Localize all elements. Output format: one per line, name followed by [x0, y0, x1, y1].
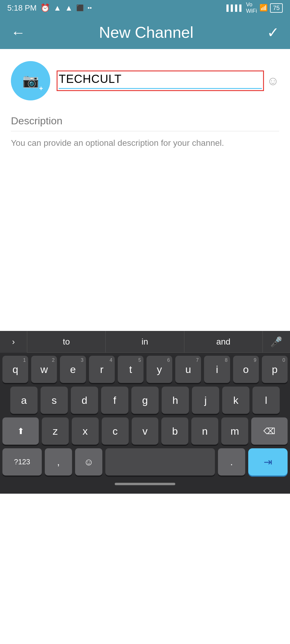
- keyboard-row-1: q1 w2 e3 r4 t5 y6 u7 i8 o9 p0: [2, 356, 288, 383]
- signal-icon: ▌▌▌▌: [226, 5, 244, 11]
- key-n[interactable]: n: [191, 417, 218, 445]
- key-p[interactable]: p0: [262, 356, 288, 383]
- shift-key[interactable]: ⬆: [2, 417, 39, 445]
- channel-name-wrapper: ☺: [59, 73, 279, 89]
- content-area: 📷 + ☺ You can provide an optional descri…: [0, 49, 290, 331]
- space-key[interactable]: [105, 448, 215, 476]
- predictive-expand-button[interactable]: ›: [0, 331, 27, 353]
- page-title: New Channel: [99, 23, 193, 41]
- notification-icon2: ▲: [65, 3, 73, 13]
- key-t[interactable]: t5: [118, 356, 143, 383]
- key-rows: q1 w2 e3 r4 t5 y6 u7 i8 o9 p0 a s d f g …: [0, 353, 290, 476]
- backspace-key[interactable]: ⌫: [251, 417, 288, 445]
- plus-badge: +: [39, 85, 43, 92]
- status-time: 5:18 PM: [7, 3, 37, 13]
- key-o[interactable]: o9: [233, 356, 259, 383]
- key-z[interactable]: z: [42, 417, 69, 445]
- status-bar-left: 5:18 PM ⏰ ▲ ▲ ⬛ ••: [7, 3, 92, 13]
- chevron-right-icon: ›: [12, 337, 15, 347]
- description-input[interactable]: [11, 115, 279, 131]
- key-f[interactable]: f: [101, 387, 128, 414]
- notification-icon1: ▲: [54, 3, 61, 13]
- key-b[interactable]: b: [161, 417, 188, 445]
- status-bar-right: ▌▌▌▌ VoWiFi 📶 75: [226, 2, 283, 14]
- key-j[interactable]: j: [192, 387, 219, 414]
- key-g[interactable]: g: [131, 387, 159, 414]
- dots-icon: ••: [87, 5, 92, 11]
- channel-name-input[interactable]: [59, 73, 262, 89]
- keyboard-row-bottom: ?123 , ☺ . ⇥: [2, 448, 288, 476]
- key-s[interactable]: s: [41, 387, 68, 414]
- numbers-key[interactable]: ?123: [2, 448, 42, 476]
- wifi-icon: 📶: [259, 4, 268, 12]
- key-x[interactable]: x: [72, 417, 99, 445]
- predictive-bar: › to in and 🎤: [0, 331, 290, 353]
- key-m[interactable]: m: [221, 417, 248, 445]
- key-d[interactable]: d: [71, 387, 98, 414]
- emoji-button[interactable]: ☺: [267, 74, 279, 88]
- keyboard: › to in and 🎤 q1 w2 e3 r4 t5 y6 u7 i8 o9…: [0, 331, 290, 494]
- key-r[interactable]: r4: [89, 356, 115, 383]
- key-u[interactable]: u7: [175, 356, 201, 383]
- keyboard-row-3: ⬆ z x c v b n m ⌫: [2, 417, 288, 445]
- key-w[interactable]: w2: [31, 356, 57, 383]
- key-a[interactable]: a: [10, 387, 38, 414]
- comma-key[interactable]: ,: [45, 448, 72, 476]
- status-bar: 5:18 PM ⏰ ▲ ▲ ⬛ •• ▌▌▌▌ VoWiFi 📶 75: [0, 0, 290, 16]
- key-y[interactable]: y6: [147, 356, 172, 383]
- key-h[interactable]: h: [162, 387, 189, 414]
- camera-icon: 📷: [22, 74, 39, 87]
- app-bar: ← New Channel ✓: [0, 16, 290, 49]
- predictive-word-in[interactable]: in: [106, 331, 184, 353]
- key-e[interactable]: e3: [60, 356, 86, 383]
- back-button[interactable]: ←: [11, 24, 25, 41]
- alarm-icon: ⏰: [40, 3, 50, 13]
- key-c[interactable]: c: [102, 417, 129, 445]
- channel-name-row: 📷 + ☺: [11, 61, 279, 100]
- keyboard-row-2: a s d f g h j k l: [2, 387, 288, 414]
- mic-button[interactable]: 🎤: [263, 331, 290, 353]
- vo-wifi-label: VoWiFi: [246, 2, 257, 14]
- extra-icon: ⬛: [76, 4, 84, 11]
- key-k[interactable]: k: [222, 387, 249, 414]
- home-bar: [115, 483, 175, 485]
- emoji-keyboard-key[interactable]: ☺: [75, 448, 102, 476]
- empty-space: [11, 149, 279, 319]
- mic-icon: 🎤: [270, 336, 282, 348]
- return-key[interactable]: ⇥: [248, 448, 288, 476]
- description-hint: You can provide an optional description …: [11, 137, 279, 149]
- key-v[interactable]: v: [132, 417, 159, 445]
- home-indicator: [0, 479, 290, 488]
- avatar-button[interactable]: 📷 +: [11, 61, 50, 100]
- key-l[interactable]: l: [252, 387, 280, 414]
- predictive-word-and[interactable]: and: [184, 331, 263, 353]
- confirm-button[interactable]: ✓: [267, 24, 279, 41]
- period-key[interactable]: .: [218, 448, 245, 476]
- key-i[interactable]: i8: [204, 356, 230, 383]
- description-section: You can provide an optional description …: [11, 115, 279, 149]
- key-q[interactable]: q1: [2, 356, 28, 383]
- battery-icon: 75: [270, 3, 283, 13]
- predictive-word-to[interactable]: to: [27, 331, 106, 353]
